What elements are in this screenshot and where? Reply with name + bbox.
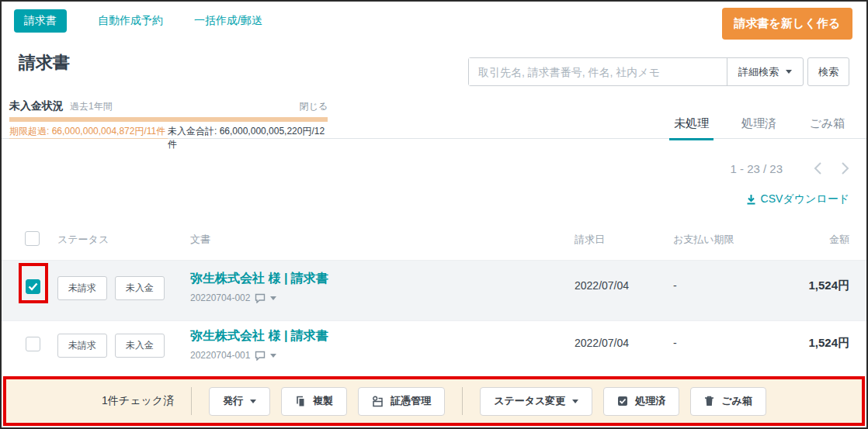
unpaid-panel-title: 未入金状況 [9,99,64,113]
trash-label: ごみ箱 [721,394,752,408]
evidence-icon [372,396,384,407]
check-icon [28,282,38,291]
select-all-checkbox[interactable] [25,231,40,246]
status-tabs: 未処理 処理済 ごみ箱 [669,116,849,140]
unpaid-period-label: 過去1年間 [70,100,113,113]
unpaid-progress-bar [9,117,328,122]
table-row: 未請求 未入金 弥生株式会社 様 | 請求書 20220704-002 2022… [2,260,866,320]
chevron-down-icon [250,400,256,403]
divider [191,387,192,415]
tab-processed[interactable]: 処理済 [737,116,781,140]
chevron-right-icon [841,161,849,175]
mark-processed-button[interactable]: 処理済 [603,387,679,416]
search-bar: 詳細検索 検索 [468,57,849,86]
advanced-search-label: 詳細検索 [738,65,779,79]
advanced-search-button[interactable]: 詳細検索 [727,58,803,85]
pagination-range: 1 - 23 / 23 [730,162,783,175]
chevron-left-icon [814,161,822,175]
table-header: ステータス 文書 請求日 お支払い期限 金額 [2,231,866,259]
unpaid-total-stat: 未入金合計: 66,000,000,005,220円/12件 [168,125,328,151]
tab-trash[interactable]: ごみ箱 [804,116,849,140]
memo-bubble-icon[interactable] [255,351,266,361]
search-button[interactable]: 検索 [807,57,849,86]
issue-label: 発行 [223,394,243,408]
duplicate-label: 複製 [313,394,333,408]
download-icon [746,194,756,205]
table-row: 未請求 未入金 弥生株式会社 様 | 請求書 20220704-001 2022… [2,320,866,375]
status-badge: 未入金 [115,276,165,300]
copy-icon [295,396,306,407]
overdue-amount-stat[interactable]: 期限超過: 66,000,000,004,872円/11件 [9,125,168,151]
change-status-button[interactable]: ステータス変更 [480,387,592,416]
row-checkbox[interactable] [26,337,40,351]
header-due-date: お支払い期限 [673,233,734,247]
mark-processed-label: 処理済 [635,394,665,408]
page-title: 請求書 [19,51,70,74]
document-menu-caret[interactable] [270,354,276,358]
nav-tab-invoices[interactable]: 請求書 [14,9,67,33]
header-amount: 金額 [829,233,849,247]
due-date-cell: - [673,279,677,292]
status-badge: 未請求 [57,276,107,300]
selected-count-label: 1件チェック済 [102,394,174,408]
amount-cell: 1,524円 [808,336,849,351]
document-number: 20220704-002 [190,292,250,303]
tab-unprocessed[interactable]: 未処理 [669,116,713,140]
bulk-action-bar: 1件チェック済 発行 複製 証憑管理 ステータス変更 [3,376,865,426]
trash-icon [704,396,714,407]
header-status: ステータス [57,233,109,247]
new-invoice-button[interactable]: 請求書を新しく作る [722,8,852,40]
document-number: 20220704-001 [190,350,250,361]
csv-download-label: CSVダウンロード [761,192,849,206]
top-nav: 請求書 自動作成予約 一括作成/郵送 [14,9,262,33]
divider [462,387,463,415]
evidence-management-button[interactable]: 証憑管理 [358,387,445,416]
document-menu-caret[interactable] [270,296,276,300]
nav-link-bulk-create[interactable]: 一括作成/郵送 [194,14,262,28]
pagination: 1 - 23 / 23 [730,161,849,175]
status-badge: 未請求 [57,334,107,358]
check-square-icon [617,396,628,407]
status-badge: 未入金 [115,334,165,358]
invoice-date-cell: 2022/07/04 [575,337,629,349]
invoice-list-screen: 請求書 自動作成予約 一括作成/郵送 請求書を新しく作る 請求書 詳細検索 検索… [0,0,868,429]
memo-bubble-icon[interactable] [255,293,266,303]
search-group: 詳細検索 [468,57,804,86]
issue-button[interactable]: 発行 [209,387,270,416]
nav-link-auto-create[interactable]: 自動作成予約 [98,14,163,28]
trash-button[interactable]: ごみ箱 [690,387,766,416]
invoice-date-cell: 2022/07/04 [575,279,629,292]
header-document: 文書 [190,233,210,247]
amount-cell: 1,524円 [808,279,849,293]
unpaid-status-panel: 未入金状況 過去1年間 閉じる 期限超過: 66,000,000,004,872… [9,99,328,151]
duplicate-button[interactable]: 複製 [281,387,347,416]
due-date-cell: - [673,337,677,349]
close-panel-button[interactable]: 閉じる [299,100,328,113]
search-input[interactable] [469,58,727,85]
document-title-link[interactable]: 弥生株式会社 様 | 請求書 [190,271,328,287]
header-invoice-date: 請求日 [575,233,605,247]
document-title-link[interactable]: 弥生株式会社 様 | 請求書 [190,328,328,344]
evidence-label: 証憑管理 [391,394,431,408]
csv-download-link[interactable]: CSVダウンロード [746,192,849,206]
chevron-down-icon [572,400,578,403]
change-status-label: ステータス変更 [494,394,565,408]
prev-page-button[interactable] [814,161,822,175]
next-page-button[interactable] [841,161,849,175]
chevron-down-icon [786,70,792,74]
row-checkbox[interactable] [26,279,40,294]
